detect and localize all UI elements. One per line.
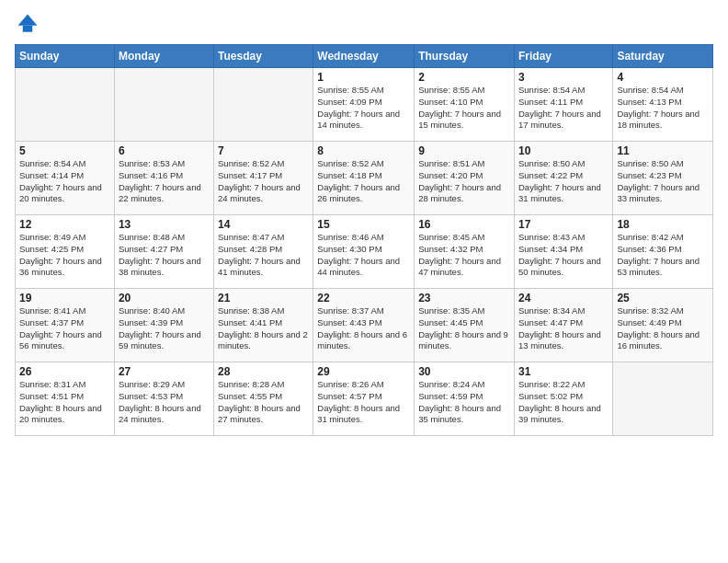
- day-number: 9: [418, 144, 510, 157]
- day-info: Sunrise: 8:34 AM Sunset: 4:47 PM Dayligh…: [518, 305, 609, 352]
- day-number: 19: [19, 292, 110, 304]
- calendar-cell: 31Sunrise: 8:22 AM Sunset: 5:02 PM Dayli…: [514, 362, 612, 436]
- day-number: 25: [617, 292, 709, 304]
- calendar-cell: 17Sunrise: 8:43 AM Sunset: 4:34 PM Dayli…: [514, 215, 612, 289]
- calendar-cell: 4Sunrise: 8:54 AM Sunset: 4:13 PM Daylig…: [613, 68, 713, 142]
- calendar-cell: 21Sunrise: 8:38 AM Sunset: 4:41 PM Dayli…: [214, 289, 313, 362]
- calendar-header-wednesday: Wednesday: [313, 45, 415, 68]
- calendar-cell: 8Sunrise: 8:52 AM Sunset: 4:18 PM Daylig…: [313, 142, 415, 215]
- day-info: Sunrise: 8:54 AM Sunset: 4:11 PM Dayligh…: [518, 85, 609, 132]
- calendar-cell: 12Sunrise: 8:49 AM Sunset: 4:25 PM Dayli…: [16, 215, 115, 289]
- day-info: Sunrise: 8:37 AM Sunset: 4:43 PM Dayligh…: [317, 305, 410, 352]
- day-info: Sunrise: 8:53 AM Sunset: 4:16 PM Dayligh…: [119, 158, 210, 205]
- calendar-cell: 23Sunrise: 8:35 AM Sunset: 4:45 PM Dayli…: [415, 289, 515, 362]
- day-number: 24: [518, 292, 609, 304]
- day-number: 1: [317, 71, 410, 84]
- calendar-header-monday: Monday: [114, 45, 213, 68]
- day-number: 28: [218, 365, 309, 378]
- day-number: 22: [317, 292, 410, 304]
- calendar-cell: 2Sunrise: 8:55 AM Sunset: 4:10 PM Daylig…: [415, 68, 515, 142]
- calendar-week-row: 19Sunrise: 8:41 AM Sunset: 4:37 PM Dayli…: [16, 289, 713, 362]
- calendar-header-saturday: Saturday: [613, 45, 713, 68]
- calendar-header-friday: Friday: [514, 45, 612, 68]
- day-number: 5: [19, 144, 110, 157]
- day-info: Sunrise: 8:38 AM Sunset: 4:41 PM Dayligh…: [218, 305, 309, 352]
- calendar-cell: 11Sunrise: 8:50 AM Sunset: 4:23 PM Dayli…: [613, 142, 713, 215]
- day-info: Sunrise: 8:24 AM Sunset: 4:59 PM Dayligh…: [418, 379, 510, 426]
- day-number: 16: [418, 218, 510, 231]
- svg-marker-0: [18, 15, 38, 26]
- calendar-cell: 24Sunrise: 8:34 AM Sunset: 4:47 PM Dayli…: [514, 289, 612, 362]
- day-info: Sunrise: 8:41 AM Sunset: 4:37 PM Dayligh…: [19, 305, 110, 352]
- day-info: Sunrise: 8:35 AM Sunset: 4:45 PM Dayligh…: [418, 305, 510, 352]
- calendar: SundayMondayTuesdayWednesdayThursdayFrid…: [15, 44, 713, 436]
- day-number: 14: [218, 218, 309, 231]
- calendar-header-thursday: Thursday: [415, 45, 515, 68]
- calendar-week-row: 1Sunrise: 8:55 AM Sunset: 4:09 PM Daylig…: [16, 68, 713, 142]
- calendar-cell: 14Sunrise: 8:47 AM Sunset: 4:28 PM Dayli…: [214, 215, 313, 289]
- calendar-cell: [613, 362, 713, 436]
- day-info: Sunrise: 8:52 AM Sunset: 4:17 PM Dayligh…: [218, 158, 309, 205]
- day-number: 8: [317, 144, 410, 157]
- calendar-header-tuesday: Tuesday: [214, 45, 313, 68]
- day-info: Sunrise: 8:45 AM Sunset: 4:32 PM Dayligh…: [418, 232, 510, 279]
- day-info: Sunrise: 8:22 AM Sunset: 5:02 PM Dayligh…: [518, 379, 609, 426]
- calendar-cell: 26Sunrise: 8:31 AM Sunset: 4:51 PM Dayli…: [16, 362, 115, 436]
- day-info: Sunrise: 8:43 AM Sunset: 4:34 PM Dayligh…: [518, 232, 609, 279]
- day-number: 23: [418, 292, 510, 304]
- calendar-cell: 18Sunrise: 8:42 AM Sunset: 4:36 PM Dayli…: [613, 215, 713, 289]
- day-number: 3: [518, 71, 609, 84]
- calendar-week-row: 26Sunrise: 8:31 AM Sunset: 4:51 PM Dayli…: [16, 362, 713, 436]
- day-info: Sunrise: 8:42 AM Sunset: 4:36 PM Dayligh…: [617, 232, 709, 279]
- day-info: Sunrise: 8:46 AM Sunset: 4:30 PM Dayligh…: [317, 232, 410, 279]
- day-number: 10: [518, 144, 609, 157]
- calendar-cell: 6Sunrise: 8:53 AM Sunset: 4:16 PM Daylig…: [114, 142, 213, 215]
- calendar-cell: 1Sunrise: 8:55 AM Sunset: 4:09 PM Daylig…: [313, 68, 415, 142]
- calendar-cell: 28Sunrise: 8:28 AM Sunset: 4:55 PM Dayli…: [214, 362, 313, 436]
- calendar-cell: [16, 68, 115, 142]
- logo-icon: [15, 11, 40, 37]
- calendar-cell: 5Sunrise: 8:54 AM Sunset: 4:14 PM Daylig…: [16, 142, 115, 215]
- day-number: 18: [617, 218, 709, 231]
- day-info: Sunrise: 8:26 AM Sunset: 4:57 PM Dayligh…: [317, 379, 410, 426]
- day-number: 27: [119, 365, 210, 378]
- day-info: Sunrise: 8:29 AM Sunset: 4:53 PM Dayligh…: [119, 379, 210, 426]
- calendar-cell: 22Sunrise: 8:37 AM Sunset: 4:43 PM Dayli…: [313, 289, 415, 362]
- day-info: Sunrise: 8:40 AM Sunset: 4:39 PM Dayligh…: [119, 305, 210, 352]
- calendar-cell: 7Sunrise: 8:52 AM Sunset: 4:17 PM Daylig…: [214, 142, 313, 215]
- calendar-week-row: 5Sunrise: 8:54 AM Sunset: 4:14 PM Daylig…: [16, 142, 713, 215]
- day-number: 15: [317, 218, 410, 231]
- day-info: Sunrise: 8:51 AM Sunset: 4:20 PM Dayligh…: [418, 158, 510, 205]
- day-number: 31: [518, 365, 609, 378]
- calendar-header-sunday: Sunday: [16, 45, 115, 68]
- day-number: 21: [218, 292, 309, 304]
- day-number: 7: [218, 144, 309, 157]
- day-number: 17: [518, 218, 609, 231]
- day-number: 12: [19, 218, 110, 231]
- day-info: Sunrise: 8:50 AM Sunset: 4:22 PM Dayligh…: [518, 158, 609, 205]
- calendar-cell: 29Sunrise: 8:26 AM Sunset: 4:57 PM Dayli…: [313, 362, 415, 436]
- day-info: Sunrise: 8:28 AM Sunset: 4:55 PM Dayligh…: [218, 379, 309, 426]
- calendar-cell: 20Sunrise: 8:40 AM Sunset: 4:39 PM Dayli…: [114, 289, 213, 362]
- day-info: Sunrise: 8:55 AM Sunset: 4:10 PM Dayligh…: [418, 85, 510, 132]
- page: SundayMondayTuesdayWednesdayThursdayFrid…: [0, 0, 728, 563]
- calendar-cell: 9Sunrise: 8:51 AM Sunset: 4:20 PM Daylig…: [415, 142, 515, 215]
- day-info: Sunrise: 8:54 AM Sunset: 4:13 PM Dayligh…: [617, 85, 709, 132]
- calendar-cell: 15Sunrise: 8:46 AM Sunset: 4:30 PM Dayli…: [313, 215, 415, 289]
- day-number: 20: [119, 292, 210, 304]
- svg-rect-1: [23, 26, 33, 32]
- day-number: 2: [418, 71, 510, 84]
- day-info: Sunrise: 8:48 AM Sunset: 4:27 PM Dayligh…: [119, 232, 210, 279]
- calendar-cell: [214, 68, 313, 142]
- day-number: 6: [119, 144, 210, 157]
- calendar-cell: 27Sunrise: 8:29 AM Sunset: 4:53 PM Dayli…: [114, 362, 213, 436]
- day-number: 30: [418, 365, 510, 378]
- day-info: Sunrise: 8:54 AM Sunset: 4:14 PM Dayligh…: [19, 158, 110, 205]
- day-info: Sunrise: 8:52 AM Sunset: 4:18 PM Dayligh…: [317, 158, 410, 205]
- logo: [15, 11, 44, 37]
- calendar-week-row: 12Sunrise: 8:49 AM Sunset: 4:25 PM Dayli…: [16, 215, 713, 289]
- header: [15, 11, 713, 37]
- day-info: Sunrise: 8:31 AM Sunset: 4:51 PM Dayligh…: [19, 379, 110, 426]
- calendar-cell: 3Sunrise: 8:54 AM Sunset: 4:11 PM Daylig…: [514, 68, 612, 142]
- day-number: 29: [317, 365, 410, 378]
